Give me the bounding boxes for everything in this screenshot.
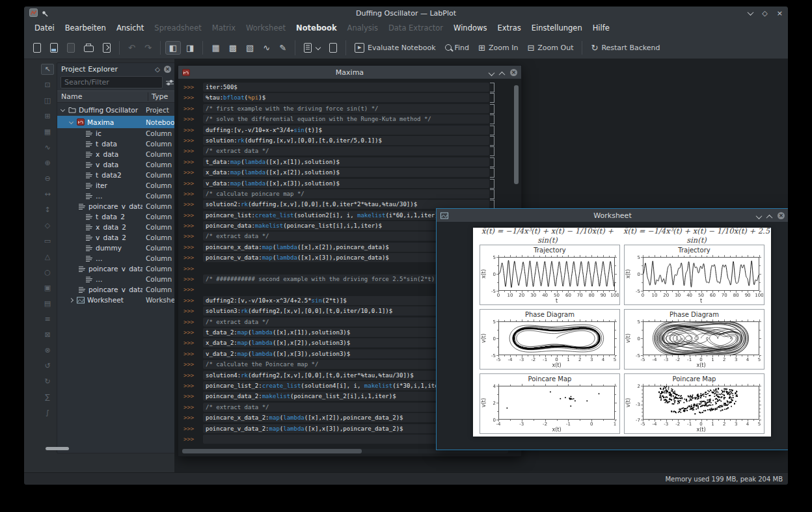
collapse-arrow-icon[interactable] <box>69 120 74 124</box>
zoom-select-icon[interactable]: ⊡ <box>41 79 54 90</box>
float-panel-icon[interactable]: ◇ <box>155 66 160 73</box>
notebook-entry-2[interactable]: >>>%tau:bfloat(%pi)$ <box>178 93 521 102</box>
scale-x-icon[interactable]: ↔ <box>41 189 54 200</box>
titlebar[interactable]: Duffing Oscillator — LabPlot ◇ × <box>24 7 788 20</box>
code-text[interactable]: x_data:map(lambda([x],x[2]),solution)$ <box>203 168 489 177</box>
legend-icon[interactable]: ▤ <box>41 298 54 309</box>
tree-item-t-data2[interactable]: t_data2Column <box>57 170 175 180</box>
tree-item-elided-14[interactable]: …Column <box>57 253 175 263</box>
sum-tool-icon[interactable]: ∑ <box>41 392 54 403</box>
add-grid-icon[interactable]: ▦ <box>41 126 54 137</box>
tree-item-v-data[interactable]: v_dataColumn <box>57 159 175 170</box>
restart-backend-button[interactable]: ↻Restart Backend <box>587 41 664 55</box>
tree-item-poincare-v-data[interactable]: poincare_v_dataColumn <box>57 263 175 274</box>
view-redo-icon[interactable]: ↻ <box>41 376 54 387</box>
marker-box-icon[interactable]: ▣ <box>41 282 54 293</box>
plot-cell-trajectory-2[interactable]: Trajectory <box>624 245 765 305</box>
close-region-icon[interactable]: ⊗ <box>41 345 54 356</box>
marker-circle-icon[interactable]: ○ <box>41 267 54 278</box>
maxima-titlebar[interactable]: Maxima × <box>178 66 521 79</box>
new-worksheet-button[interactable]: ▧ <box>242 41 258 55</box>
column-header-name[interactable]: Name <box>57 92 148 101</box>
notebook-entry-1[interactable]: >>>iter:500$ <box>178 83 521 92</box>
data-picker-button[interactable]: ✎ <box>275 41 290 55</box>
code-text[interactable]: duffing:[v,-v/10+x-x^3/4+sin(t)]$ <box>203 126 489 135</box>
code-text[interactable]: iter:500$ <box>203 83 489 92</box>
curve-tool-icon[interactable]: ∿ <box>41 142 54 153</box>
search-input[interactable] <box>61 76 163 88</box>
vscrollbar-thumb[interactable] <box>514 85 519 184</box>
tree-column-headers[interactable]: Name Type <box>57 90 175 103</box>
filter-options-icon[interactable] <box>166 76 174 88</box>
marker-triangle-icon[interactable]: △ <box>41 251 54 262</box>
code-text[interactable]: /* calculate poincare map */ <box>203 189 489 198</box>
worksheet-canvas[interactable]: ẍ(t) = −1/4x³(t) + x(t) − 1/10ẋ(t) + sin… <box>473 228 771 437</box>
new-plot-button[interactable]: ∿ <box>259 41 274 55</box>
notebook-entry-9[interactable]: >>>x_data:map(lambda([x],x[2]),solution)… <box>178 168 521 177</box>
menu-item-einstellungen[interactable]: Einstellungen <box>526 21 588 34</box>
remove-region-icon[interactable]: ⊠ <box>41 329 54 340</box>
expand-arrow-icon[interactable] <box>69 297 74 302</box>
tree-item-poincare-v-data2[interactable]: poincare_v_data2Column <box>57 201 175 211</box>
new-notebook-button[interactable] <box>300 40 324 55</box>
tree-item-t-data-2[interactable]: t_data_2Column <box>57 211 175 222</box>
tree-item-v-data-2[interactable]: v_data_2Column <box>57 232 175 243</box>
tree-item-ic[interactable]: icColumn <box>57 128 175 139</box>
new-matrix-button[interactable]: ▩ <box>225 41 241 55</box>
import-data-button[interactable] <box>325 40 341 55</box>
zoom-out-button[interactable]: ⊟Zoom Out <box>523 41 577 55</box>
tree-item-elided-8[interactable]: …Column <box>57 191 175 201</box>
notebook-entry-5[interactable]: >>>duffing:[v,-v/10+x-x^3/4+sin(t)]$ <box>178 126 521 135</box>
print-button[interactable] <box>80 40 98 55</box>
scale-y-icon[interactable]: ↕ <box>41 204 54 215</box>
notebook-entry-3[interactable]: >>>/* first example with the driving for… <box>178 104 521 113</box>
menu-item-windows[interactable]: Windows <box>448 21 492 34</box>
equation-text-1[interactable]: ẍ(t) = −1/4x³(t) + x(t) − 1/10ẋ(t) + sin… <box>473 226 622 245</box>
close-button[interactable]: × <box>777 9 783 18</box>
tree-item-elided-16[interactable]: …Column <box>57 274 175 284</box>
navigate-cursor-icon[interactable]: ↖ <box>41 64 54 75</box>
plot-cell-poincare-2[interactable]: Poincare Map <box>624 373 765 434</box>
worksheet-view[interactable]: ẍ(t) = −1/4x³(t) + x(t) − 1/10ẋ(t) + sin… <box>437 222 788 450</box>
equation-text-2[interactable]: ẍ(t) = −1/4x³(t) + x(t) − 1/10ẋ(t) + 2.5… <box>622 226 771 245</box>
maximize-button[interactable]: ◇ <box>762 9 767 18</box>
subwin-minimize-icon[interactable] <box>757 209 761 222</box>
menu-item-hilfe[interactable]: Hilfe <box>588 21 615 34</box>
tree-item-x-data[interactable]: x_dataColumn <box>57 149 175 159</box>
zoom-in-view-icon[interactable]: ⊕ <box>41 157 54 168</box>
tree-item-x-data-2[interactable]: x_data_2Column <box>57 222 175 232</box>
pin-icon[interactable] <box>42 7 48 20</box>
notebook-entry-6[interactable]: >>>solution:rk(duffing,[x,v],[0,0],[t,0,… <box>178 136 521 145</box>
explorer-scrollbar-thumb[interactable] <box>46 447 69 450</box>
worksheet-window[interactable]: Worksheet × ẍ(t) = −1/4x³(t) + x(t) − 1/… <box>436 208 788 450</box>
zoom-out-view-icon[interactable]: ⊖ <box>41 173 54 184</box>
subwin-minimize-icon[interactable] <box>489 66 494 79</box>
notebook-entry-10[interactable]: >>>v_data:map(lambda([x],x[3]),solution)… <box>178 179 521 188</box>
code-text[interactable]: v_data:map(lambda([x],x[3]),solution)$ <box>203 179 489 188</box>
code-text[interactable]: solution:rk(duffing,[x,v],[0,0],[t,0,ite… <box>203 136 489 145</box>
worksheet-titlebar[interactable]: Worksheet × <box>437 209 788 222</box>
collapse-arrow-icon[interactable] <box>61 107 65 112</box>
menu-item-notebook[interactable]: Notebook <box>291 21 342 34</box>
text-label-icon[interactable]: ▭ <box>41 236 54 247</box>
evaluate-notebook-button[interactable]: ▶Evaluate Notebook <box>351 40 439 55</box>
plot-phase-1[interactable] <box>481 319 619 369</box>
plot-trajectory-1[interactable] <box>481 255 619 304</box>
plot-phase-2[interactable] <box>625 319 763 369</box>
subwin-close-icon[interactable]: × <box>510 69 517 76</box>
tree-item-duffing-oscillator[interactable]: Duffing OscillatorProject <box>57 103 175 116</box>
code-text[interactable]: /* solve the differential equation with … <box>203 115 489 124</box>
integral-tool-icon[interactable]: ∫ <box>41 407 54 418</box>
new-spreadsheet-button[interactable]: ▦ <box>208 41 223 55</box>
plot-cell-trajectory-1[interactable]: Trajectory <box>480 245 620 305</box>
code-text[interactable]: %tau:bfloat(%pi)$ <box>203 93 489 102</box>
subwin-maximize-icon[interactable] <box>767 209 772 222</box>
plot-trajectory-2[interactable] <box>625 255 763 304</box>
minimize-button[interactable] <box>748 9 753 18</box>
split-view-icon[interactable]: ◫ <box>41 95 54 106</box>
plot-cell-phase-1[interactable]: Phase Diagram <box>480 309 620 370</box>
menu-item-bearbeiten[interactable]: Bearbeiten <box>60 21 111 34</box>
plot-poincare-1[interactable] <box>481 384 619 433</box>
export-button[interactable] <box>99 40 115 55</box>
code-text[interactable]: /* first example with the driving force … <box>203 104 489 113</box>
